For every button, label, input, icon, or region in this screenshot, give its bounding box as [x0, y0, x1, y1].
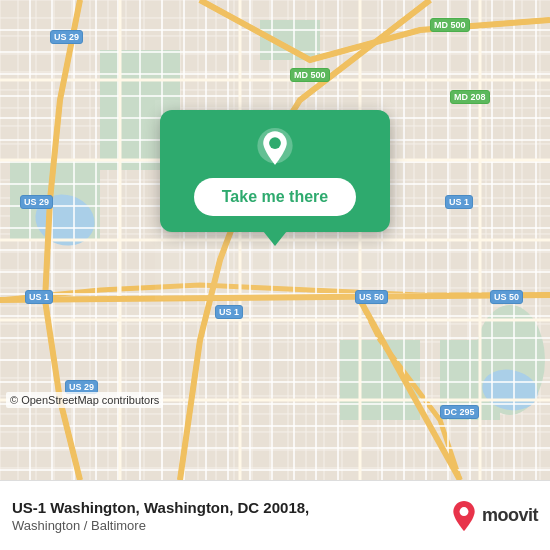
route-marker-dc295: DC 295 [440, 405, 479, 419]
popup-card: Take me there [160, 110, 390, 232]
route-marker-us29-1: US 29 [50, 30, 83, 44]
route-marker-md500-2: MD 500 [290, 68, 330, 82]
location-info: US-1 Washington, Washington, DC 20018, W… [12, 498, 440, 533]
location-subtitle: Washington / Baltimore [12, 518, 440, 533]
moovit-pin-icon [450, 500, 478, 532]
route-marker-us1-1: US 1 [445, 195, 473, 209]
moovit-logo: moovit [450, 500, 538, 532]
map-attribution: © OpenStreetMap contributors [6, 392, 163, 408]
map-container: MD 500 MD 500 MD 208 US 29 US 29 US 29 U… [0, 0, 550, 480]
location-pin-icon [254, 128, 296, 170]
take-me-there-button[interactable]: Take me there [194, 178, 356, 216]
route-marker-us1-2: US 1 [25, 290, 53, 304]
route-marker-us50-1: US 50 [355, 290, 388, 304]
route-marker-us1-3: US 1 [215, 305, 243, 319]
route-marker-us29-2: US 29 [20, 195, 53, 209]
svg-point-1 [269, 137, 281, 149]
route-marker-md500-1: MD 500 [430, 18, 470, 32]
route-marker-md208: MD 208 [450, 90, 490, 104]
moovit-text: moovit [482, 505, 538, 526]
bottom-bar: US-1 Washington, Washington, DC 20018, W… [0, 480, 550, 550]
svg-point-2 [460, 507, 469, 516]
location-title: US-1 Washington, Washington, DC 20018, [12, 498, 440, 518]
route-marker-us50-2: US 50 [490, 290, 523, 304]
